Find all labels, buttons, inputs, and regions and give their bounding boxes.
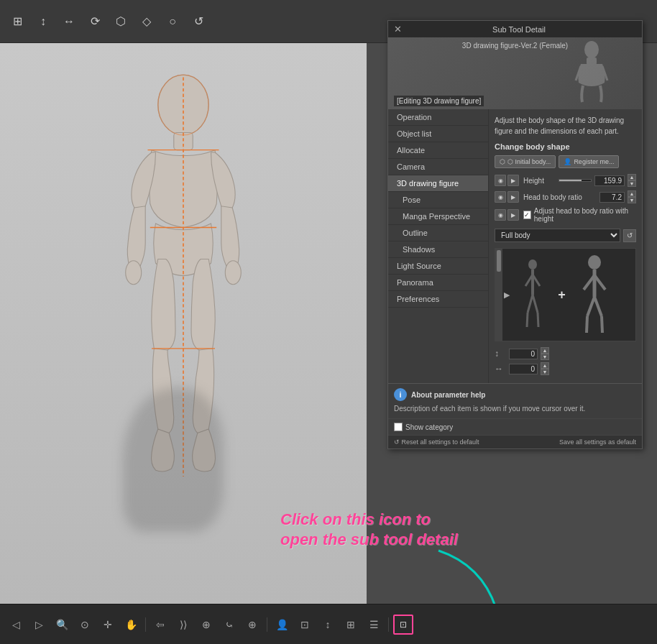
head-body-spin-up[interactable]: ▲ <box>628 190 636 197</box>
section-outline[interactable]: Outline <box>388 225 488 242</box>
panel-preview: 3D drawing figure-Ver.2 (Female) [Editin… <box>388 37 642 109</box>
manip-figure-right <box>580 255 609 334</box>
scrollbar-thumb[interactable] <box>497 250 501 272</box>
toolbar-icon-circle[interactable]: ○ <box>162 12 183 32</box>
svg-line-27 <box>594 297 602 316</box>
horizontal-input[interactable] <box>509 364 538 374</box>
register-me-button[interactable]: 👤 Register me... <box>559 155 619 168</box>
panel-titlebar: ✕ Sub Tool Detail <box>388 21 642 37</box>
help-header: i About parameter help <box>394 388 636 401</box>
bottom-list-btn[interactable]: ☰ <box>364 615 384 635</box>
svg-point-10 <box>584 41 599 58</box>
bottom-hand-btn[interactable]: ✋ <box>121 615 141 635</box>
section-object-list[interactable]: Object list <box>388 126 488 142</box>
bottom-forward-btn[interactable]: ▷ <box>29 615 49 635</box>
help-section: i About parameter help Description of ea… <box>388 383 642 418</box>
horizontal-spin-down[interactable]: ▼ <box>541 369 549 375</box>
bottom-user-btn[interactable]: 👤 <box>272 615 292 635</box>
reset-settings-button[interactable]: ↺ Reset all settings to default <box>394 438 479 446</box>
body-shape-buttons: ⬡ ⬡ Initial body... 👤 Register me... <box>495 155 636 168</box>
toolbar-icon-diamond[interactable]: ◇ <box>137 12 157 32</box>
vertical-spinner: ▲ ▼ <box>541 347 549 360</box>
height-label: Height <box>523 177 556 185</box>
checkbox-icon-2[interactable]: ▶ <box>507 209 519 221</box>
head-body-input[interactable] <box>599 192 625 203</box>
svg-line-29 <box>602 316 602 333</box>
height-spin-up[interactable]: ▲ <box>628 174 636 180</box>
toolbar-icon-grid[interactable]: ⊞ <box>7 12 27 32</box>
section-shadows[interactable]: Shadows <box>388 242 488 258</box>
dropdown-refresh-button[interactable]: ↺ <box>623 229 636 242</box>
section-panorama[interactable]: Panorama <box>388 275 488 291</box>
sub-tool-panel: ✕ Sub Tool Detail 3D drawing figure-Ver.… <box>387 20 643 449</box>
help-text: Description of each item is shown if you… <box>394 404 636 414</box>
svg-line-21 <box>538 313 538 327</box>
svg-line-28 <box>587 316 587 333</box>
head-ratio-icon-1[interactable]: ◉ <box>495 191 506 203</box>
svg-point-22 <box>588 255 601 270</box>
svg-line-18 <box>528 295 533 313</box>
height-row-icons: ◉ ▶ <box>495 175 519 186</box>
height-slider[interactable] <box>559 179 592 182</box>
height-icon-2[interactable]: ▶ <box>507 175 519 186</box>
checkbox-icon-1[interactable]: ◉ <box>495 209 506 221</box>
height-input[interactable] <box>594 175 625 186</box>
show-category-checkbox[interactable] <box>394 423 403 431</box>
horizontal-icon: ↔ <box>495 364 506 374</box>
manip-figure-left <box>522 259 543 331</box>
head-body-ratio-icons: ◉ ▶ <box>495 191 519 203</box>
section-manga-perspective[interactable]: Manga Perspective <box>388 208 488 225</box>
initial-body-button[interactable]: ⬡ ⬡ Initial body... <box>495 155 556 168</box>
body-part-dropdown[interactable]: Full body Head Torso Arms Legs <box>495 229 620 242</box>
bottom-transform-btn[interactable]: ✛ <box>98 615 118 635</box>
height-spin-down[interactable]: ▼ <box>628 180 636 187</box>
manip-expand-btn[interactable]: ▶ <box>504 290 510 300</box>
toolbar-icon-move-h[interactable]: ↔ <box>59 12 79 32</box>
head-ratio-icon-2[interactable]: ▶ <box>507 191 519 203</box>
head-body-spin-down[interactable]: ▼ <box>628 197 636 203</box>
bottom-subtool-detail-btn[interactable]: ⊡ <box>393 615 413 635</box>
save-settings-button[interactable]: Save all settings as default <box>559 438 636 446</box>
change-body-shape-header: Change body shape <box>495 142 636 151</box>
bottom-target-btn[interactable]: ⊙ <box>75 615 95 635</box>
bottom-overlay-btn[interactable]: ⊕ <box>242 615 262 635</box>
toolbar-icon-undo[interactable]: ↺ <box>188 12 208 32</box>
head-body-spinner: ▲ ▼ <box>628 190 636 203</box>
toolbar-icon-move-v[interactable]: ↕ <box>33 12 53 32</box>
crosshair: + <box>558 288 566 303</box>
bottom-step-btn[interactable]: ⟩⟩ <box>173 615 193 635</box>
section-light-source[interactable]: Light Source <box>388 258 488 275</box>
bottom-move-btn[interactable]: ⇦ <box>150 615 170 635</box>
bottom-loop-btn[interactable]: ⤿ <box>219 615 239 635</box>
toolbar-icon-hex[interactable]: ⬡ <box>111 12 131 32</box>
figure-manip-area[interactable]: ▶ + <box>495 248 636 341</box>
vertical-spin-up[interactable]: ▲ <box>541 347 549 354</box>
section-operation[interactable]: Operation <box>388 109 488 126</box>
vertical-input[interactable] <box>509 349 538 359</box>
section-allocate[interactable]: Allocate <box>388 142 488 159</box>
section-camera[interactable]: Camera <box>388 159 488 175</box>
bottom-grid-btn[interactable]: ⊡ <box>295 615 315 635</box>
preview-label: [Editing 3D drawing figure] <box>394 96 484 106</box>
bottom-frame-btn[interactable]: ⊞ <box>341 615 361 635</box>
bottom-toolbar: ◁ ▷ 🔍 ⊙ ✛ ✋ ⇦ ⟩⟩ ⊕ ⤿ ⊕ 👤 ⊡ ↕ ⊞ ☰ ⊡ <box>0 604 657 644</box>
figure-manip-scrollbar[interactable] <box>495 249 502 341</box>
bottom-search-btn[interactable]: 🔍 <box>52 615 72 635</box>
height-icon-1[interactable]: ◉ <box>495 175 506 186</box>
adjust-ratio-checkbox[interactable]: ✓ <box>523 211 531 219</box>
toolbar-icon-rotate[interactable]: ⟳ <box>85 12 105 32</box>
section-3d-drawing-figure[interactable]: 3D drawing figure <box>388 175 488 192</box>
head-body-label: Head to body ratio <box>523 193 597 201</box>
separator-3 <box>388 617 389 632</box>
svg-line-19 <box>533 295 538 313</box>
svg-point-3 <box>225 261 241 285</box>
horizontal-spin-up[interactable]: ▲ <box>541 362 549 369</box>
height-spinner: ▲ ▼ <box>628 174 636 187</box>
vertical-spin-down[interactable]: ▼ <box>541 354 549 360</box>
section-pose[interactable]: Pose <box>388 192 488 208</box>
bottom-back-btn[interactable]: ◁ <box>6 615 26 635</box>
panel-close-btn[interactable]: ✕ <box>394 24 402 34</box>
bottom-add-btn[interactable]: ⊕ <box>196 615 216 635</box>
bottom-expand-v-btn[interactable]: ↕ <box>318 615 338 635</box>
section-preferences[interactable]: Preferences <box>388 291 488 308</box>
